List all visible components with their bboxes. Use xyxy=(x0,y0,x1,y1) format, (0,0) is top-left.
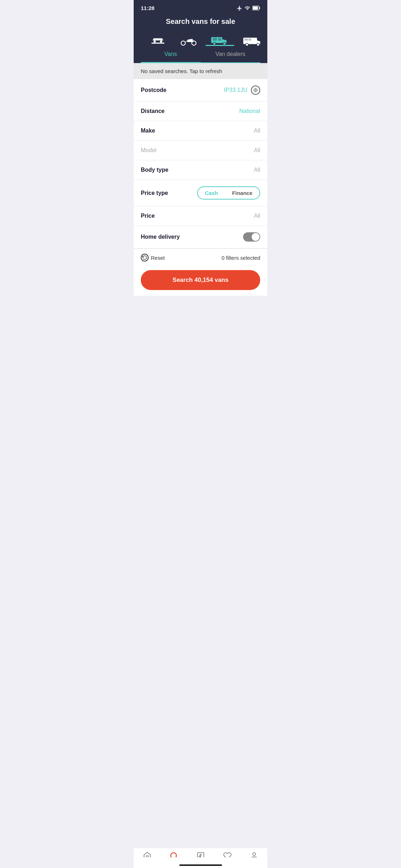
vehicle-type-van[interactable] xyxy=(206,31,234,46)
status-bar: 11:28 xyxy=(134,0,267,14)
svg-rect-8 xyxy=(213,38,217,41)
airplane-icon xyxy=(237,5,242,11)
reset-label: Reset xyxy=(151,255,165,261)
svg-point-18 xyxy=(255,89,256,91)
location-icon[interactable] xyxy=(251,86,260,95)
reset-button[interactable]: Reset xyxy=(141,254,165,262)
tab-vans[interactable]: Vans xyxy=(141,46,201,62)
van-icon xyxy=(211,34,229,45)
svg-rect-1 xyxy=(259,7,260,9)
filters-container: Postcode IP33 1JU Distance National Make… xyxy=(134,79,267,248)
car-icon xyxy=(149,36,166,46)
wifi-icon xyxy=(245,5,250,11)
target-icon xyxy=(253,88,258,93)
filters-count: 0 filters selected xyxy=(222,255,260,261)
filter-distance[interactable]: Distance National xyxy=(134,102,267,121)
filter-body-type[interactable]: Body type All xyxy=(134,160,267,180)
search-button-container: Search 40,154 vans xyxy=(134,267,267,296)
svg-point-6 xyxy=(213,42,216,45)
distance-value: National xyxy=(239,108,260,114)
price-label: Price xyxy=(141,213,155,219)
svg-rect-13 xyxy=(244,38,248,41)
distance-label: Distance xyxy=(141,108,165,114)
postcode-value: IP33 1JU xyxy=(224,87,247,93)
body-type-label: Body type xyxy=(141,167,168,173)
price-type-label: Price type xyxy=(141,190,168,196)
model-value: All xyxy=(254,147,260,154)
main-tabs: Vans Van dealers xyxy=(141,46,260,63)
vehicle-type-car[interactable] xyxy=(144,33,171,46)
home-delivery-label: Home delivery xyxy=(141,234,180,240)
svg-point-3 xyxy=(181,41,185,45)
motorbike-icon xyxy=(180,36,197,46)
status-time: 11:28 xyxy=(141,5,154,11)
page-title: Search vans for sale xyxy=(141,17,260,26)
filter-make[interactable]: Make All xyxy=(134,121,267,141)
battery-icon xyxy=(252,6,260,10)
svg-rect-14 xyxy=(248,38,251,41)
svg-rect-2 xyxy=(253,7,258,10)
price-type-toggle[interactable]: Cash Finance xyxy=(197,186,260,200)
price-type-finance[interactable]: Finance xyxy=(225,187,259,199)
svg-point-12 xyxy=(257,43,259,46)
vehicle-type-motorhome[interactable] xyxy=(238,32,260,46)
make-label: Make xyxy=(141,128,155,134)
postcode-label: Postcode xyxy=(141,87,166,93)
make-value: All xyxy=(254,128,260,134)
tab-van-dealers[interactable]: Van dealers xyxy=(201,46,261,62)
svg-rect-9 xyxy=(218,38,221,41)
motorhome-icon xyxy=(243,35,260,46)
postcode-value-row: IP33 1JU xyxy=(224,86,260,95)
vehicle-type-motorbike[interactable] xyxy=(175,33,202,46)
svg-point-7 xyxy=(223,42,226,45)
filter-postcode[interactable]: Postcode IP33 1JU xyxy=(134,79,267,102)
svg-point-19 xyxy=(254,88,257,92)
model-label: Model xyxy=(141,147,156,154)
body-type-value: All xyxy=(254,167,260,173)
filter-model[interactable]: Model All xyxy=(134,141,267,160)
saved-searches-banner[interactable]: No saved searches. Tap to refresh xyxy=(134,63,267,79)
vehicle-type-selector[interactable] xyxy=(141,31,260,46)
price-type-cash[interactable]: Cash xyxy=(198,187,225,199)
home-delivery-toggle[interactable] xyxy=(243,232,260,242)
filter-home-delivery[interactable]: Home delivery xyxy=(134,226,267,248)
filter-price-type[interactable]: Price type Cash Finance xyxy=(134,180,267,206)
price-value: All xyxy=(254,213,260,219)
filter-price[interactable]: Price All xyxy=(134,206,267,226)
refresh-icon xyxy=(142,255,147,260)
search-vans-button[interactable]: Search 40,154 vans xyxy=(141,270,260,290)
app-header: Search vans for sale xyxy=(134,14,267,63)
filter-footer: Reset 0 filters selected xyxy=(134,248,267,267)
status-icons xyxy=(237,5,260,11)
saved-searches-message: No saved searches. Tap to refresh xyxy=(141,68,222,74)
svg-point-11 xyxy=(246,43,248,46)
reset-icon xyxy=(141,254,149,262)
